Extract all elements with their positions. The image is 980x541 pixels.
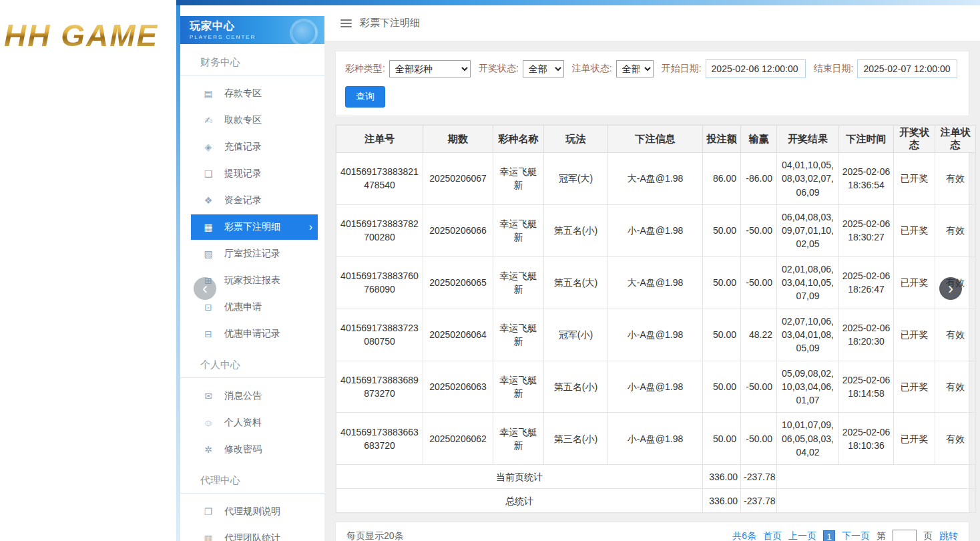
- sidebar-item-promo-apply-record[interactable]: ⊟优惠申请记录: [191, 321, 318, 347]
- next-page-link[interactable]: 下一页: [842, 530, 870, 541]
- deposit-icon: ▤: [203, 88, 214, 99]
- sidebar-header-subtitle: PLAYERS CENTER: [190, 34, 324, 40]
- table-cell: 幸运飞艇新: [493, 361, 544, 413]
- hall-bet-record-icon: ▧: [203, 248, 214, 259]
- table-body: 40156917388382147854020250206067幸运飞艇新冠军(…: [336, 153, 976, 513]
- table-cell: 2025-02-06 18:10:36: [839, 413, 894, 465]
- table-cell: 已开奖: [894, 153, 935, 205]
- table-cell: 2025-02-06 18:14:58: [839, 361, 894, 413]
- summary-label: 总统计: [336, 489, 703, 513]
- top-gradient-strip: [176, 0, 980, 5]
- sidebar-item-announcement[interactable]: ✉消息公告: [191, 383, 318, 409]
- table-cell: 2025-02-06 18:36:54: [839, 153, 894, 205]
- sidebar-item-label: 修改密码: [224, 443, 262, 456]
- site-logo: HH GAME: [4, 17, 158, 53]
- jump-suffix-text: 页: [923, 530, 933, 541]
- lottery-bet-detail-icon: ▦: [203, 222, 214, 232]
- lottery-type-select[interactable]: 全部彩种: [389, 60, 471, 77]
- table-cell: 已开奖: [894, 361, 935, 413]
- sidebar-item-label: 提现记录: [224, 168, 262, 180]
- sidebar-item-agent-rules[interactable]: ❐代理规则说明: [191, 499, 318, 524]
- main-area: 彩票下注明细 彩种类型: 全部彩种 开奖状态:: [324, 5, 980, 541]
- sidebar-header: 玩家中心 PLAYERS CENTER: [180, 16, 324, 44]
- table-cell: 大-A盘@1.98: [608, 153, 703, 205]
- jump-page-input[interactable]: [893, 530, 917, 541]
- sidebar-item-withdraw[interactable]: ✍取款专区: [191, 108, 318, 133]
- draw-status-select[interactable]: 全部: [523, 60, 564, 77]
- sidebar-item-agent-team-stats[interactable]: ▥代理团队统计: [191, 526, 318, 541]
- sidebar-item-withdrawal-record[interactable]: ❑提现记录: [191, 161, 318, 186]
- table-row: 40156917388372308075020250206064幸运飞艇新冠军(…: [336, 309, 976, 361]
- order-status-select[interactable]: 全部: [616, 60, 654, 77]
- query-button[interactable]: 查询: [345, 86, 385, 108]
- column-header: 注单号: [336, 126, 423, 153]
- table-cell: 401569173883723080750: [336, 309, 423, 361]
- prev-page-link[interactable]: 上一页: [788, 530, 816, 541]
- jump-button[interactable]: 跳转: [939, 530, 958, 541]
- table-cell: 幸运飞艇新: [493, 153, 544, 205]
- first-page-link[interactable]: 首页: [763, 530, 782, 541]
- summary-empty: [777, 489, 976, 513]
- carousel-left-arrow[interactable]: ‹: [194, 277, 216, 300]
- sidebar-item-label: 存款专区: [224, 87, 262, 100]
- table-cell: -86.00: [741, 153, 777, 205]
- sidebar-item-recharge-record[interactable]: ◈充值记录: [191, 134, 318, 160]
- table-cell: 已开奖: [894, 256, 935, 309]
- summary-label: 当前页统计: [336, 465, 703, 489]
- sidebar-item-funds-record[interactable]: ❖资金记录: [191, 188, 318, 213]
- table-cell: 401569173883782700280: [336, 204, 423, 256]
- table-cell: 86.00: [703, 153, 741, 205]
- end-date-input[interactable]: [857, 59, 957, 78]
- jump-prefix-text: 第: [877, 530, 886, 541]
- withdraw-icon: ✍: [203, 115, 214, 126]
- sidebar-item-lottery-bet-detail[interactable]: ▦彩票下注明细›: [191, 214, 318, 240]
- table-cell: 有效: [935, 309, 976, 361]
- current-page-indicator[interactable]: 1: [823, 530, 835, 541]
- announcement-icon: ✉: [203, 391, 214, 401]
- sidebar-item-label: 彩票下注明细: [224, 221, 280, 233]
- sidebar-item-change-password[interactable]: ✲修改密码: [191, 437, 318, 462]
- table-row: 40156917388366368372020250206062幸运飞艇新第三名…: [336, 413, 976, 465]
- topbar: 彩票下注明细: [324, 5, 980, 41]
- table-cell: 有效: [935, 361, 976, 413]
- sidebar-item-label: 资金记录: [224, 194, 262, 206]
- table-row: 40156917388378270028020250206066幸运飞艇新第五名…: [336, 204, 976, 256]
- column-header: 彩种名称: [493, 126, 544, 153]
- sidebar-item-profile[interactable]: ☺个人资料: [191, 410, 318, 435]
- sidebar-item-hall-bet-record[interactable]: ▧厅室投注记录: [191, 241, 318, 266]
- table-cell: 幸运飞艇新: [493, 413, 544, 465]
- bet-details-table: 注单号期数彩种名称玩法下注信息投注额输赢开奖结果下注时间开奖状态注单状态 401…: [336, 125, 976, 513]
- total-count-text: 共6条: [732, 530, 756, 541]
- table-cell: 02,01,08,06,03,04,10,05,07,09: [777, 256, 839, 309]
- table-cell: -50.00: [741, 256, 777, 309]
- player-center-app: 玩家中心 PLAYERS CENTER 财务中心▤存款专区✍取款专区◈充值记录❑…: [176, 0, 980, 541]
- table-cell: 第五名(大): [544, 256, 608, 309]
- sidebar-item-deposit[interactable]: ▤存款专区: [191, 81, 318, 106]
- summary-row: 总统计336.00-237.78: [336, 489, 976, 513]
- table-cell: 06,04,08,03,09,07,01,10,02,05: [777, 204, 839, 256]
- table-cell: 2025-02-06 18:20:30: [839, 309, 894, 361]
- carousel-right-arrow[interactable]: ›: [939, 277, 962, 300]
- start-date-label: 开始日期:: [662, 63, 702, 75]
- sidebar-item-label: 优惠申请: [224, 301, 262, 313]
- filter-panel: 彩种类型: 全部彩种 开奖状态: 全部 注单状态:: [335, 51, 969, 116]
- summary-winloss-total: -237.78: [741, 465, 777, 489]
- column-header: 下注信息: [608, 126, 703, 153]
- table-cell: 02,07,10,06,03,04,01,08,05,09: [777, 309, 839, 361]
- table-row: 40156917388368987327020250206063幸运飞艇新第五名…: [336, 361, 976, 413]
- table-header-row: 注单号期数彩种名称玩法下注信息投注额输赢开奖结果下注时间开奖状态注单状态: [336, 126, 976, 153]
- recharge-record-icon: ◈: [203, 142, 214, 152]
- table-row: 40156917388382147854020250206067幸运飞艇新冠军(…: [336, 153, 976, 205]
- start-date-input[interactable]: [706, 59, 806, 78]
- hamburger-menu-icon[interactable]: [340, 19, 352, 27]
- column-header: 输赢: [741, 126, 777, 153]
- table-cell: 50.00: [703, 204, 741, 256]
- table-cell: 50.00: [703, 256, 741, 309]
- table-cell: 第三名(小): [544, 413, 608, 465]
- table-cell: 小-A盘@1.98: [608, 413, 703, 465]
- column-header: 开奖状态: [894, 126, 935, 153]
- table-cell: 小-A盘@1.98: [608, 309, 703, 361]
- sidebar-item-label: 个人资料: [224, 417, 262, 429]
- table-cell: 20250206067: [423, 153, 493, 205]
- sidebar-item-label: 代理规则说明: [224, 506, 280, 518]
